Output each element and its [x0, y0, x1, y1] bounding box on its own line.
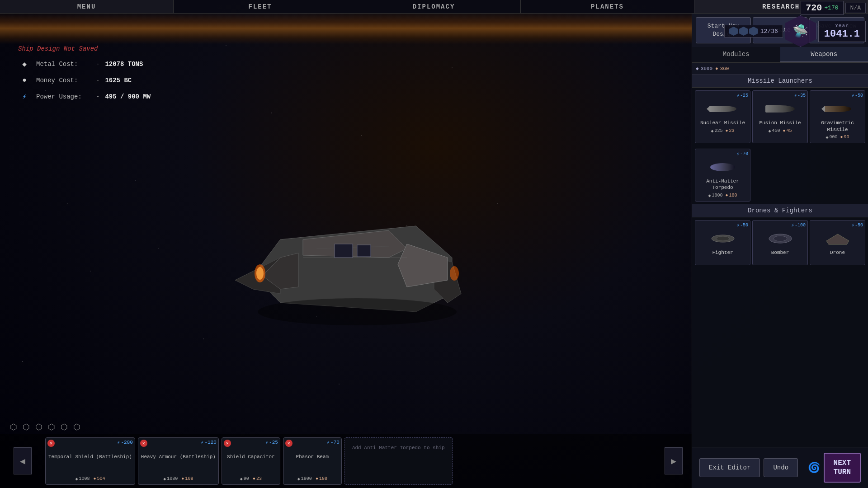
nuclear-missile-card[interactable]: ⚡-25 Nuclear Missile ◆ 225 ● 23 [695, 90, 750, 143]
heavy-armour-money: ● 108 [181, 476, 193, 482]
drone-1-svg [709, 232, 736, 245]
gravimetric-missile-power: ⚡-50 [851, 93, 863, 99]
temporal-shield-power: ⚡-280 [117, 440, 133, 446]
svg-marker-18 [826, 234, 849, 244]
prev-money: ● 360 [715, 66, 729, 71]
drone-card-2[interactable]: ⚡-100 Bomber [752, 220, 808, 265]
weapons-content[interactable]: ◆ 3600 ● 360 Missile Launchers ⚡-25 Nucl… [692, 63, 868, 447]
gravimetric-missile-name: Gravimetric Missile [813, 120, 862, 133]
drone-card-1[interactable]: ⚡-50 Fighter [695, 220, 750, 265]
drone-card-3[interactable]: ⚡-50 Drone [810, 220, 865, 265]
na-display: N/A [845, 3, 866, 13]
antimatter-torpedo-name: Anti-Matter Torpedo [698, 178, 747, 191]
ship-figure-3: ⬡ [34, 420, 43, 434]
ship-svg [190, 167, 506, 348]
next-turn-label-2: TURN [834, 468, 851, 476]
ship-figure-6: ⬡ [72, 420, 81, 434]
svg-rect-11 [335, 244, 353, 258]
remove-phasor-beam-button[interactable]: ✕ [285, 440, 292, 447]
exit-editor-button[interactable]: Exit Editor [699, 458, 760, 477]
scroll-right-button[interactable]: ▶ [665, 447, 683, 474]
drone-1-power: ⚡-50 [736, 222, 748, 228]
nav-menu[interactable]: MENU [0, 0, 174, 13]
nuclear-missile-power: ⚡-25 [736, 93, 748, 99]
shield-capacitor-money: ● 23 [253, 476, 262, 482]
year-label: Year [824, 23, 860, 28]
temporal-shield-metal: ◆ 1008 [75, 476, 90, 482]
bottom-slots: ✕ ⚡-280 Temporal Shield (Battleship) ◆ 1… [0, 434, 696, 488]
gravimetric-missile-costs: ◆ 900 ● 90 [826, 135, 849, 140]
remove-heavy-armour-button[interactable]: ✕ [140, 440, 147, 447]
add-antimatter-label: Add Anti-Matter Torpedo to ship [348, 441, 449, 455]
power-dash: - [96, 93, 99, 100]
svg-point-17 [774, 236, 787, 241]
swirl-icon: 🌀 [808, 462, 820, 474]
slot-add-antimatter[interactable]: Add Anti-Matter Torpedo to ship [344, 437, 453, 485]
svg-point-7 [256, 267, 264, 280]
slot-shield-capacitor[interactable]: ✕ ⚡-25 Shield Capacitor ◆ 90 ● 23 [222, 437, 280, 485]
phasor-beam-money: ● 180 [316, 476, 327, 482]
nav-planets[interactable]: PLANETS [521, 0, 694, 13]
nuclear-missile-image [707, 100, 739, 118]
missile-grid: ⚡-25 Nuclear Missile ◆ 225 ● 23 ⚡-35 [692, 88, 868, 146]
drone-1-name: Fighter [712, 249, 733, 256]
slot-temporal-shield[interactable]: ✕ ⚡-280 Temporal Shield (Battleship) ◆ 1… [45, 437, 135, 485]
remove-temporal-shield-button[interactable]: ✕ [47, 440, 55, 447]
nav-diplomacy[interactable]: DIPLOMACY [347, 0, 521, 13]
metal-value: 12078 TONS [105, 61, 143, 68]
heavy-armour-power: ⚡-120 [201, 440, 217, 446]
next-turn-area: 🌀 NEXT TURN [808, 453, 861, 483]
heavy-armour-name: Heavy Armour (Battleship) [141, 454, 216, 460]
fusion-missile-power: ⚡-35 [794, 93, 806, 99]
hex-icon-3 [749, 27, 758, 36]
svg-point-8 [450, 266, 459, 281]
fusion-missile-money: ● 45 [783, 128, 792, 134]
money-label: Money Cost: [36, 77, 90, 84]
svg-marker-1 [303, 230, 407, 258]
mineral-display: 720 +170 [801, 1, 843, 15]
nuclear-missile-shape [709, 106, 736, 112]
metal-dash: - [96, 61, 99, 68]
undo-button[interactable]: Undo [764, 458, 798, 477]
phasor-beam-costs: ◆ 1800 ● 180 [297, 476, 327, 482]
hex-icon-1 [729, 27, 738, 36]
gravimetric-missile-shape [824, 106, 851, 112]
drone-3-name: Drone [830, 249, 845, 256]
next-turn-button[interactable]: NEXT TURN [824, 453, 861, 483]
metal-cost-row: ◆ Metal Cost: - 12078 TONS [18, 58, 151, 70]
mineral-value: 720 [806, 3, 822, 13]
slot-phasor-beam[interactable]: ✕ ⚡-70 Phasor Beam ◆ 1800 ● 180 [283, 437, 342, 485]
fusion-missile-card[interactable]: ⚡-35 Fusion Missile ◆ 450 ● 45 [752, 90, 808, 143]
nuclear-missile-name: Nuclear Missile [700, 120, 745, 126]
slots-display: 12/36 [724, 25, 783, 38]
svg-rect-12 [357, 245, 371, 257]
nuclear-missile-money: ● 23 [726, 128, 735, 134]
ship-figures: ⬡ ⬡ ⬡ ⬡ ⬡ ⬡ [9, 420, 81, 434]
drone-2-image [764, 230, 796, 248]
nuclear-missile-costs: ◆ 225 ● 23 [711, 128, 734, 134]
metal-icon: ◆ [18, 58, 31, 70]
drones-grid: ⚡-50 Fighter ⚡-100 [692, 217, 868, 268]
temporal-shield-costs: ◆ 1008 ● 504 [75, 476, 105, 482]
power-icon: ⚡ [18, 90, 31, 103]
gravimetric-missile-card[interactable]: ⚡-50 Gravimetric Missile ◆ 900 ● 90 [810, 90, 865, 143]
money-dash: - [96, 77, 99, 84]
shield-capacitor-costs: ◆ 90 ● 23 [240, 476, 262, 482]
metal-label: Metal Cost: [36, 61, 90, 68]
remove-shield-capacitor-button[interactable]: ✕ [224, 440, 231, 447]
antimatter-torpedo-card[interactable]: ⚡-70 Anti-Matter Torpedo ◆ 1800 ● 180 [695, 149, 750, 202]
mineral-rate: +170 [824, 5, 838, 11]
shield-capacitor-power: ⚡-25 [265, 440, 278, 446]
svg-point-13 [258, 298, 457, 325]
scroll-left-button[interactable]: ◀ [14, 447, 32, 474]
nav-fleet[interactable]: FLEET [174, 0, 347, 13]
fusion-missile-metal: ◆ 450 [768, 128, 780, 134]
ship-figure-5: ⬡ [60, 420, 69, 434]
ship-viewport [27, 81, 669, 434]
ship-badge: 🛸 [785, 15, 816, 47]
slot-heavy-armour[interactable]: ✕ ⚡-120 Heavy Armour (Battleship) ◆ 1080… [138, 437, 219, 485]
tab-modules[interactable]: Modules [692, 47, 780, 62]
tab-weapons[interactable]: Weapons [780, 47, 868, 62]
year-value: 1041.1 [824, 28, 860, 40]
unsaved-warning: Ship Design Not Saved [18, 45, 151, 52]
